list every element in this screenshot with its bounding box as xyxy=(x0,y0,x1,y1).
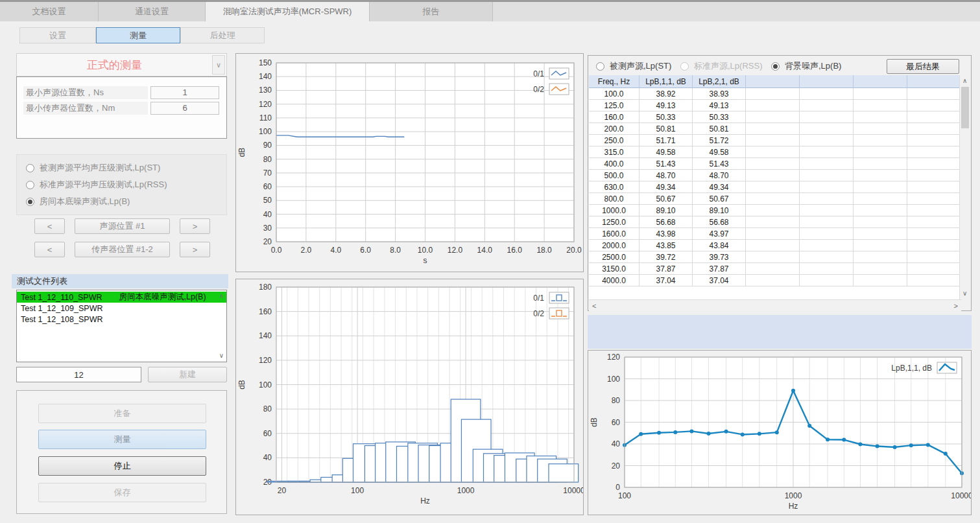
scroll-right-icon[interactable]: > xyxy=(954,303,958,309)
file-counter-button[interactable]: 12 xyxy=(16,367,141,382)
radio-icon[interactable] xyxy=(596,62,604,71)
radio-icon[interactable] xyxy=(26,198,34,206)
source-position-prev-button[interactable]: < xyxy=(34,218,65,234)
table-cell xyxy=(746,88,800,100)
subtab-settings[interactable]: 设置 xyxy=(19,27,96,43)
svg-text:150: 150 xyxy=(259,58,272,67)
table-row[interactable]: 125.049.1349.13 xyxy=(589,100,961,111)
scroll-up-icon[interactable]: ∧ xyxy=(962,78,967,84)
last-result-button[interactable]: 最后结果 xyxy=(887,59,959,74)
table-row[interactable]: 4000.037.0437.04 xyxy=(589,275,961,286)
result-radio-lp-st[interactable]: 被测声源,Lp(ST) xyxy=(596,61,671,71)
measurement-mode-combobox[interactable]: 正式的测量 ∨ xyxy=(16,53,227,76)
ns-input[interactable]: 1 xyxy=(150,86,219,99)
table-row[interactable]: 2500.039.7239.73 xyxy=(589,251,961,263)
scroll-down-icon[interactable]: ∨ xyxy=(962,290,967,297)
table-cell xyxy=(800,146,854,158)
subtab-postprocess[interactable]: 后处理 xyxy=(180,27,265,43)
table-row[interactable]: 315.049.5849.58 xyxy=(589,146,961,158)
radio-lp-b[interactable]: 房间本底噪声测试,Lp(B) xyxy=(26,196,130,207)
prepare-button[interactable]: 准备 xyxy=(38,404,206,423)
radio-icon[interactable] xyxy=(26,164,34,172)
svg-text:130: 130 xyxy=(259,86,272,95)
table-header-cell xyxy=(746,75,800,88)
nm-input[interactable]: 6 xyxy=(150,102,219,115)
table-cell: 4000.0 xyxy=(589,275,639,286)
table-cell xyxy=(854,100,907,111)
svg-text:70: 70 xyxy=(263,169,272,178)
table-cell xyxy=(907,170,961,181)
svg-text:18.0: 18.0 xyxy=(536,246,552,255)
scroll-down-icon[interactable]: ∨ xyxy=(219,353,224,359)
new-file-button[interactable]: 新建 xyxy=(148,367,227,382)
subtab-measure[interactable]: 测量 xyxy=(96,27,180,43)
svg-text:dB: dB xyxy=(237,148,246,157)
table-row[interactable]: 1600.043.9843.97 xyxy=(589,228,961,240)
tab-document-settings[interactable]: 文档设置 xyxy=(0,2,99,21)
table-cell: 49.13 xyxy=(639,100,693,111)
table-row[interactable]: 500.048.7048.70 xyxy=(589,170,961,181)
svg-text:10000: 10000 xyxy=(563,486,583,495)
table-row[interactable]: 1000.089.1089.10 xyxy=(589,205,961,216)
mic-position-button[interactable]: 传声器位置 #1-2 xyxy=(75,242,170,257)
table-cell xyxy=(746,228,800,240)
ns-label: 最小声源位置数，Ns xyxy=(23,86,148,99)
file-list-title: 测试文件列表 xyxy=(12,274,228,288)
source-position-button[interactable]: 声源位置 #1 xyxy=(75,218,170,234)
table-cell xyxy=(800,240,854,251)
scroll-up-icon[interactable]: ∧ xyxy=(219,293,224,299)
chevron-down-icon[interactable]: ∨ xyxy=(212,55,225,75)
table-cell xyxy=(907,146,961,158)
svg-text:100: 100 xyxy=(618,491,631,500)
radio-icon[interactable] xyxy=(26,181,34,189)
save-button[interactable]: 保存 xyxy=(38,483,206,502)
table-row[interactable]: 800.050.6750.67 xyxy=(589,193,961,205)
svg-text:40: 40 xyxy=(263,210,272,219)
svg-text:0/1: 0/1 xyxy=(533,69,544,78)
table-cell: 2500.0 xyxy=(589,251,639,263)
table-cell xyxy=(746,205,800,216)
scrollbar-thumb[interactable] xyxy=(961,87,969,128)
table-cell xyxy=(854,123,907,135)
radio-icon[interactable] xyxy=(771,62,780,71)
table-row[interactable]: 630.049.3449.34 xyxy=(589,181,961,193)
svg-text:30: 30 xyxy=(263,224,272,233)
table-vertical-scrollbar[interactable]: ∧ ∨ xyxy=(959,75,970,299)
result-radio-lp-b[interactable]: 背景噪声,Lp(B) xyxy=(771,61,841,71)
table-row[interactable]: 2000.043.8543.84 xyxy=(589,240,961,251)
mic-position-next-button[interactable]: > xyxy=(180,242,210,257)
table-cell: 48.70 xyxy=(639,170,693,181)
stop-button[interactable]: 停止 xyxy=(38,456,206,476)
table-cell xyxy=(854,146,907,158)
table-row[interactable]: 100.038.9238.93 xyxy=(589,88,961,100)
tab-channel-settings[interactable]: 通道设置 xyxy=(99,2,206,21)
table-horizontal-scrollbar[interactable]: < > xyxy=(589,299,961,311)
table-row[interactable]: 1250.056.6856.68 xyxy=(589,216,961,228)
measure-button[interactable]: 测量 xyxy=(38,430,206,449)
tab-mcr-spwr[interactable]: 混响室法测试声功率(MCR-SPWR) xyxy=(206,2,370,21)
list-item[interactable]: Test 1_12_108_SPWR xyxy=(17,314,226,325)
table-row[interactable]: 160.050.3350.33 xyxy=(589,111,961,123)
table-row[interactable]: 250.051.7151.72 xyxy=(589,135,961,146)
radio-lp-rss[interactable]: 标准声源平均声压级测试,Lp(RSS) xyxy=(26,180,167,190)
svg-text:10000: 10000 xyxy=(951,491,971,500)
svg-text:180: 180 xyxy=(259,283,272,292)
list-item[interactable]: Test 1_12_110_SPWR 房间本底噪声测试,Lp(B) xyxy=(17,292,226,303)
source-position-next-button[interactable]: > xyxy=(180,218,210,234)
radio-lp-st[interactable]: 被测声源平均声压级测试,Lp(ST) xyxy=(26,163,160,173)
result-radio-lp-rss[interactable]: 标准声源,Lp(RSS) xyxy=(680,61,762,71)
scroll-left-icon[interactable]: < xyxy=(592,303,596,309)
radio-label: 被测声源平均声压级测试,Lp(ST) xyxy=(40,162,160,174)
table-cell xyxy=(800,158,854,170)
svg-text:140: 140 xyxy=(259,331,272,340)
table-cell: 630.0 xyxy=(589,181,639,193)
mic-position-prev-button[interactable]: < xyxy=(34,242,65,257)
tab-report[interactable]: 报告 xyxy=(370,2,493,21)
list-item[interactable]: Test 1_12_109_SPWR xyxy=(17,303,226,314)
table-row[interactable]: 400.051.4351.43 xyxy=(589,158,961,170)
time-history-chart: 20304050607080901001101201301401500.02.0… xyxy=(236,54,583,272)
svg-text:dB: dB xyxy=(590,417,599,427)
radio-icon[interactable] xyxy=(680,62,689,71)
table-row[interactable]: 3150.037.8737.87 xyxy=(589,263,961,275)
table-row[interactable]: 200.050.8150.81 xyxy=(589,123,961,135)
